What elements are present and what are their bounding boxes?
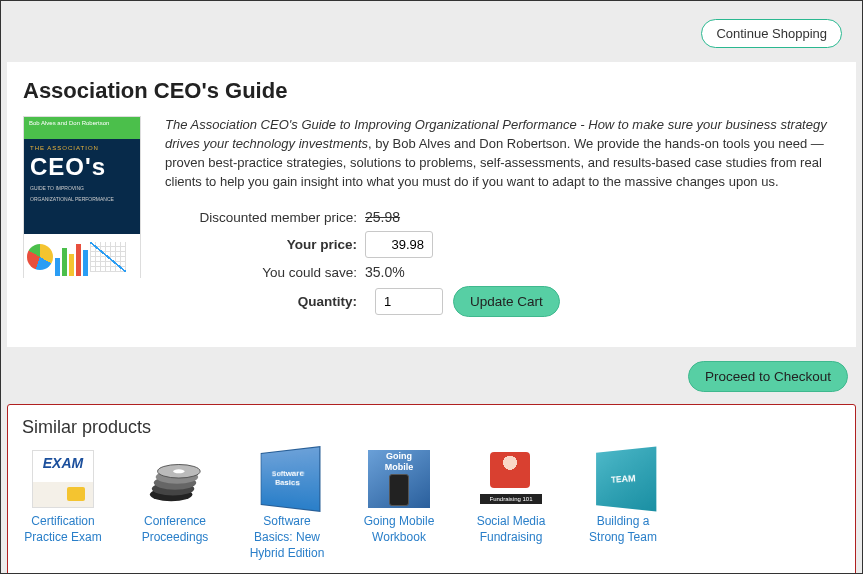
checkout-bar: Proceed to Checkout [1,347,862,400]
proceed-checkout-button[interactable]: Proceed to Checkout [688,361,848,392]
cover-body: THE ASSOCIATION CEO's GUIDE TO IMPROVING… [24,139,140,234]
phone-icon [389,474,409,506]
product-description: The Association CEO's Guide to Improving… [165,116,840,191]
similar-heading: Similar products [22,417,841,438]
product-card: Association CEO's Guide Bob Alves and Do… [7,62,856,347]
similar-label: Conference Proceedings [134,514,216,545]
quantity-input[interactable] [375,288,443,315]
discount-price-value: 25.98 [365,209,400,225]
similar-item-social[interactable]: Social Media Fundraising [470,450,552,561]
you-save-value: 35.0% [365,264,405,280]
social-thumbnail [480,450,542,508]
mobile-thumbnail: Going Mobile [368,450,430,508]
software-thumbnail: Software Basics [261,446,321,512]
product-row: Bob Alves and Don Robertson THE ASSOCIAT… [23,116,840,323]
cover-author-strip: Bob Alves and Don Robertson [24,117,140,139]
similar-label: Certification Practice Exam [22,514,104,545]
svg-point-5 [173,470,185,474]
similar-item-team[interactable]: TEAM Building a Strong Team [582,450,664,561]
similar-item-mobile[interactable]: Going Mobile Going Mobile Workbook [358,450,440,561]
cover-overline: THE ASSOCIATION [30,145,134,151]
quantity-label: Quantity: [165,294,365,309]
similar-products-panel: Similar products Certification Practice … [7,404,856,574]
similar-label: Going Mobile Workbook [358,514,440,545]
continue-shopping-button[interactable]: Continue Shopping [701,19,842,48]
bar-chart-icon [55,244,88,276]
your-price-input[interactable] [365,231,433,258]
line-chart-icon [90,242,126,272]
cover-subtitle-2: ORGANIZATIONAL PERFORMANCE [30,196,134,203]
update-cart-button[interactable]: Update Cart [453,286,560,317]
conference-thumbnail [144,450,206,508]
pricing-grid: Discounted member price: 25.98 Your pric… [165,209,585,317]
cover-charts-graphic [24,234,140,279]
discount-price-label: Discounted member price: [165,210,365,225]
you-save-label: You could save: [165,265,365,280]
page-title: Association CEO's Guide [23,78,840,104]
cover-headline: CEO's [30,153,134,181]
page-frame: Continue Shopping Association CEO's Guid… [0,0,863,574]
product-details: The Association CEO's Guide to Improving… [165,116,840,323]
similar-item-conference[interactable]: Conference Proceedings [134,450,216,561]
similar-item-software[interactable]: Software Basics Software Basics: New Hyb… [246,450,328,561]
pie-chart-icon [27,244,53,270]
similar-label: Software Basics: New Hybrid Edition [246,514,328,561]
cover-subtitle-1: GUIDE TO IMPROVING [30,185,134,192]
team-thumbnail: TEAM [596,447,656,512]
product-cover-image: Bob Alves and Don Robertson THE ASSOCIAT… [23,116,141,278]
exam-thumbnail [32,450,94,508]
your-price-label: Your price: [165,237,365,252]
top-bar: Continue Shopping [1,1,862,56]
similar-item-exam[interactable]: Certification Practice Exam [22,450,104,561]
similar-label: Social Media Fundraising [470,514,552,545]
similar-row: Certification Practice Exam Conference P… [22,450,841,561]
similar-label: Building a Strong Team [582,514,664,545]
